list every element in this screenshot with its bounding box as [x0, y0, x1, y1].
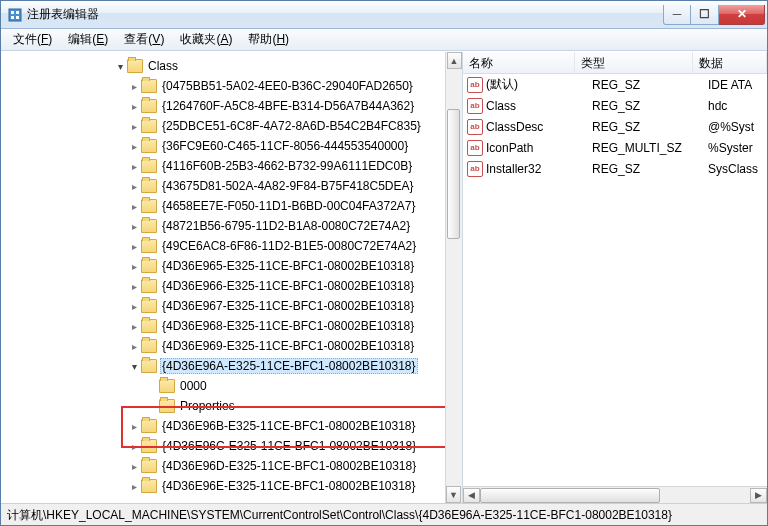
list-row[interactable]: abClassREG_SZhdc [463, 95, 767, 116]
tree-label: {49CE6AC8-6F86-11D2-B1E5-0080C72E74A2} [160, 238, 418, 254]
folder-icon [141, 419, 157, 433]
expand-icon[interactable]: ▸ [127, 261, 141, 272]
col-type[interactable]: 类型 [575, 52, 693, 73]
tree-label: Class [146, 58, 180, 74]
value-type: REG_MULTI_SZ [592, 141, 708, 155]
expand-icon[interactable]: ▸ [127, 101, 141, 112]
folder-icon [141, 459, 157, 473]
expand-icon[interactable]: ▸ [127, 421, 141, 432]
tree-item[interactable]: Properties [1, 396, 462, 416]
tree-item[interactable]: ▸{25DBCE51-6C8F-4A72-8A6D-B54C2B4FC835} [1, 116, 462, 136]
close-button[interactable]: ✕ [719, 5, 765, 25]
tree-item[interactable]: ▸{4658EE7E-F050-11D1-B6BD-00C04FA372A7} [1, 196, 462, 216]
menu-help[interactable]: 帮助(H) [240, 29, 297, 50]
list-row[interactable]: abInstaller32REG_SZSysClass [463, 158, 767, 179]
window: 注册表编辑器 ─ ☐ ✕ 文件(F) 编辑(E) 查看(V) 收藏夹(A) 帮助… [0, 0, 768, 526]
list-pane[interactable]: 名称 类型 数据 ab(默认)REG_SZIDE ATAabClassREG_S… [463, 52, 767, 503]
menu-edit[interactable]: 编辑(E) [60, 29, 116, 50]
expand-icon[interactable]: ▸ [127, 221, 141, 232]
tree-pane[interactable]: ▾Class▸{0475BB51-5A02-4EE0-B36C-29040FAD… [1, 52, 463, 503]
expand-icon[interactable]: ▸ [127, 461, 141, 472]
value-type: REG_SZ [592, 120, 708, 134]
expand-icon[interactable]: ▸ [127, 181, 141, 192]
minimize-button[interactable]: ─ [663, 5, 691, 25]
expand-icon[interactable]: ▾ [113, 61, 127, 72]
scroll-right-icon[interactable]: ▶ [750, 488, 767, 503]
folder-icon [141, 479, 157, 493]
menu-file[interactable]: 文件(F) [5, 29, 60, 50]
tree-item[interactable]: ▾Class [1, 56, 462, 76]
value-type: REG_SZ [592, 78, 708, 92]
expand-icon[interactable]: ▸ [127, 201, 141, 212]
tree-label: {0475BB51-5A02-4EE0-B36C-29040FAD2650} [160, 78, 415, 94]
tree-item[interactable]: ▸{0475BB51-5A02-4EE0-B36C-29040FAD2650} [1, 76, 462, 96]
tree-label: {25DBCE51-6C8F-4A72-8A6D-B54C2B4FC835} [160, 118, 423, 134]
tree-label: {4D36E966-E325-11CE-BFC1-08002BE10318} [160, 278, 416, 294]
tree-label: {1264760F-A5C8-4BFE-B314-D56A7B44A362} [160, 98, 416, 114]
scroll-thumb[interactable] [480, 488, 660, 503]
scroll-left-icon[interactable]: ◀ [463, 488, 480, 503]
expand-icon[interactable]: ▸ [127, 281, 141, 292]
expand-icon[interactable]: ▸ [127, 481, 141, 492]
list-row[interactable]: abIconPathREG_MULTI_SZ%Syster [463, 137, 767, 158]
tree-label: {4D36E96A-E325-11CE-BFC1-08002BE10318} [160, 358, 418, 374]
expand-icon[interactable]: ▸ [127, 161, 141, 172]
titlebar[interactable]: 注册表编辑器 ─ ☐ ✕ [1, 1, 767, 29]
tree-item[interactable]: ▸{4D36E96C-E325-11CE-BFC1-08002BE10318} [1, 436, 462, 456]
col-data[interactable]: 数据 [693, 52, 767, 73]
scroll-down-icon[interactable]: ▼ [446, 486, 461, 503]
value-name: Installer32 [486, 162, 592, 176]
app-icon [7, 7, 23, 23]
tree-item[interactable]: ▸{49CE6AC8-6F86-11D2-B1E5-0080C72E74A2} [1, 236, 462, 256]
maximize-button[interactable]: ☐ [691, 5, 719, 25]
tree-label: {43675D81-502A-4A82-9F84-B75F418C5DEA} [160, 178, 416, 194]
tree-item[interactable]: ▸{4D36E96B-E325-11CE-BFC1-08002BE10318} [1, 416, 462, 436]
list-row[interactable]: abClassDescREG_SZ@%Syst [463, 116, 767, 137]
tree-item[interactable]: ▸{48721B56-6795-11D2-B1A8-0080C72E74A2} [1, 216, 462, 236]
menu-view[interactable]: 查看(V) [116, 29, 172, 50]
string-value-icon: ab [467, 161, 483, 177]
folder-icon [141, 179, 157, 193]
expand-icon[interactable]: ▸ [127, 141, 141, 152]
svg-rect-1 [11, 11, 14, 14]
expand-icon[interactable]: ▸ [127, 81, 141, 92]
folder-icon [141, 359, 157, 373]
tree-item[interactable]: ▸{4D36E96E-E325-11CE-BFC1-08002BE10318} [1, 476, 462, 496]
list-header: 名称 类型 数据 [463, 52, 767, 74]
tree-vscrollbar[interactable]: ▲ ▼ [445, 52, 462, 503]
svg-rect-0 [9, 9, 21, 21]
tree-item[interactable]: ▸{36FC9E60-C465-11CF-8056-444553540000} [1, 136, 462, 156]
tree-item[interactable]: ▸{4D36E968-E325-11CE-BFC1-08002BE10318} [1, 316, 462, 336]
expand-icon[interactable]: ▸ [127, 441, 141, 452]
list-hscrollbar[interactable]: ◀ ▶ [463, 486, 767, 503]
folder-icon [141, 119, 157, 133]
list-row[interactable]: ab(默认)REG_SZIDE ATA [463, 74, 767, 95]
menu-favorites[interactable]: 收藏夹(A) [172, 29, 240, 50]
scroll-thumb[interactable] [447, 109, 460, 239]
tree-item[interactable]: ▸{43675D81-502A-4A82-9F84-B75F418C5DEA} [1, 176, 462, 196]
tree-item[interactable]: ▸{4116F60B-25B3-4662-B732-99A6111EDC0B} [1, 156, 462, 176]
expand-icon[interactable]: ▸ [127, 241, 141, 252]
tree-item[interactable]: ▸{4D36E96D-E325-11CE-BFC1-08002BE10318} [1, 456, 462, 476]
folder-icon [141, 319, 157, 333]
expand-icon[interactable]: ▸ [127, 301, 141, 312]
folder-icon [141, 239, 157, 253]
tree-item[interactable]: 0000 [1, 376, 462, 396]
tree-item[interactable]: ▾{4D36E96A-E325-11CE-BFC1-08002BE10318} [1, 356, 462, 376]
tree-item[interactable]: ▸{1264760F-A5C8-4BFE-B314-D56A7B44A362} [1, 96, 462, 116]
tree-item[interactable]: ▸{4D36E969-E325-11CE-BFC1-08002BE10318} [1, 336, 462, 356]
folder-icon [159, 379, 175, 393]
expand-icon[interactable]: ▸ [127, 121, 141, 132]
tree-item[interactable]: ▸{4D36E966-E325-11CE-BFC1-08002BE10318} [1, 276, 462, 296]
col-name[interactable]: 名称 [463, 52, 575, 73]
scroll-up-icon[interactable]: ▲ [447, 52, 462, 69]
tree-label: {4D36E965-E325-11CE-BFC1-08002BE10318} [160, 258, 416, 274]
expand-icon[interactable]: ▾ [127, 361, 141, 372]
tree-item[interactable]: ▸{4D36E967-E325-11CE-BFC1-08002BE10318} [1, 296, 462, 316]
value-name: Class [486, 99, 592, 113]
expand-icon[interactable]: ▸ [127, 321, 141, 332]
tree-item[interactable]: ▸{4D36E965-E325-11CE-BFC1-08002BE10318} [1, 256, 462, 276]
tree-label: {4D36E96E-E325-11CE-BFC1-08002BE10318} [160, 478, 418, 494]
expand-icon[interactable]: ▸ [127, 341, 141, 352]
folder-icon [141, 199, 157, 213]
